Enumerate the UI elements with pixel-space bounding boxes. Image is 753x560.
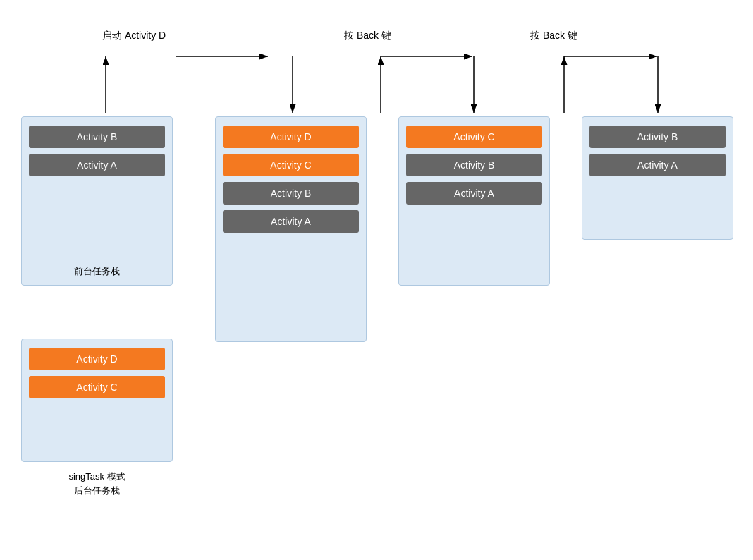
- task-box-1: Activity B Activity A 前台任务栈: [21, 116, 173, 286]
- activity-d-back: Activity D: [29, 348, 165, 370]
- arrow-label-3: 按 Back 键: [530, 30, 577, 42]
- activity-b-3: Activity B: [406, 154, 542, 176]
- activity-b-1: Activity B: [29, 126, 165, 148]
- activity-d-2: Activity D: [223, 126, 359, 148]
- activity-b-2: Activity B: [223, 182, 359, 205]
- arrow-label-1: 启动 Activity D: [102, 30, 166, 42]
- activity-a-1: Activity A: [29, 154, 165, 176]
- back-task-box: Activity D Activity C: [21, 339, 173, 462]
- task-label-1: 前台任务栈: [29, 260, 165, 278]
- task-box-3: Activity C Activity B Activity A: [398, 116, 550, 286]
- task-box-4: Activity B Activity A: [582, 116, 733, 240]
- task-box-2: Activity D Activity C Activity B Activit…: [215, 116, 367, 342]
- arrow-label-2: 按 Back 键: [344, 30, 391, 42]
- activity-a-4: Activity A: [589, 154, 726, 176]
- diagram-container: 启动 Activity D 按 Back 键 按 Back 键 Activity…: [0, 0, 753, 560]
- activity-c-3: Activity C: [406, 126, 542, 148]
- activity-c-2: Activity C: [223, 154, 359, 176]
- back-task-label: singTask 模式后台任务栈: [21, 470, 173, 497]
- activity-a-2: Activity A: [223, 210, 359, 233]
- activity-c-back: Activity C: [29, 376, 165, 398]
- activity-b-4: Activity B: [589, 126, 726, 148]
- activity-a-3: Activity A: [406, 182, 542, 205]
